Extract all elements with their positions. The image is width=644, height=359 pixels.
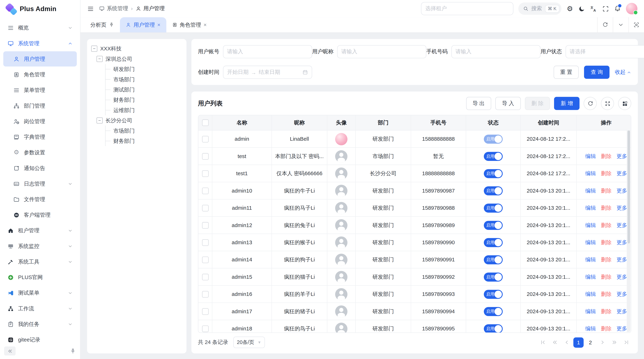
sidebar-item-菜单管理[interactable]: 菜单管理 bbox=[3, 82, 77, 98]
status-toggle[interactable]: 启用 bbox=[484, 255, 503, 264]
sidebar-item-字典管理[interactable]: 字典管理 bbox=[3, 129, 77, 144]
dark-mode-moon-icon[interactable] bbox=[578, 5, 585, 12]
status-toggle[interactable]: 启用 bbox=[484, 186, 503, 195]
delete-link[interactable]: 删除 bbox=[601, 152, 612, 160]
sidebar-item-角色管理[interactable]: 角色管理 bbox=[3, 67, 77, 82]
delete-link[interactable]: 删除 bbox=[601, 239, 612, 246]
tree-node-root[interactable]: − XXX科技 bbox=[91, 43, 182, 54]
tree-leaf-财务部门[interactable]: 财务部门 bbox=[106, 136, 182, 146]
delete-link[interactable]: 删除 bbox=[601, 290, 612, 298]
tab-用户管理[interactable]: 用户管理× bbox=[120, 17, 166, 32]
sidebar-item-租户管理[interactable]: 租户管理 bbox=[3, 223, 77, 238]
status-toggle[interactable]: 启用 bbox=[484, 290, 503, 299]
status-toggle[interactable]: 启用 bbox=[484, 272, 503, 281]
hamburger-menu-icon[interactable] bbox=[87, 5, 94, 12]
sidebar-item-客户端管理[interactable]: 客户端管理 bbox=[3, 207, 77, 222]
page-next5-button[interactable] bbox=[609, 337, 619, 347]
sidebar-item-部门管理[interactable]: 部门管理 bbox=[3, 98, 77, 113]
row-checkbox[interactable] bbox=[202, 153, 208, 159]
delete-link[interactable]: 删除 bbox=[601, 170, 612, 177]
more-link[interactable]: 更多 bbox=[616, 204, 627, 212]
search-button[interactable]: 查 询 bbox=[584, 66, 610, 79]
edit-link[interactable]: 编辑 bbox=[585, 290, 596, 298]
breadcrumb-system[interactable]: 系统管理 bbox=[99, 5, 128, 12]
close-tab-icon[interactable]: × bbox=[157, 22, 160, 27]
status-toggle[interactable]: 启用 bbox=[484, 169, 503, 178]
more-link[interactable]: 更多 bbox=[616, 187, 627, 194]
tree-leaf-测试部门[interactable]: 测试部门 bbox=[106, 84, 182, 95]
edit-link[interactable]: 编辑 bbox=[585, 170, 596, 177]
edit-link[interactable]: 编辑 bbox=[585, 152, 596, 160]
page-first-button[interactable] bbox=[538, 337, 548, 347]
page-next-button[interactable] bbox=[597, 337, 607, 347]
row-checkbox[interactable] bbox=[202, 187, 208, 194]
tree-collapse-icon[interactable]: − bbox=[96, 117, 103, 124]
collapse-filters-link[interactable]: 收起 bbox=[615, 68, 631, 76]
tree-node-深圳总公司[interactable]: −深圳总公司 bbox=[96, 54, 182, 64]
sidebar-item-工作流[interactable]: 工作流 bbox=[3, 301, 77, 316]
page-2-button[interactable]: 2 bbox=[585, 337, 596, 347]
tree-leaf-财务部门[interactable]: 财务部门 bbox=[106, 95, 182, 105]
page-prev5-button[interactable] bbox=[550, 337, 560, 347]
status-toggle[interactable]: 启用 bbox=[484, 324, 503, 333]
row-checkbox[interactable] bbox=[202, 136, 208, 142]
sidebar-item-通知公告[interactable]: 通知公告 bbox=[3, 161, 77, 176]
tree-node-长沙分公司[interactable]: −长沙分公司 bbox=[96, 115, 182, 125]
delete-link[interactable]: 删除 bbox=[601, 222, 612, 229]
date-range-input[interactable]: 开始日期 → 结束日期 bbox=[223, 66, 312, 79]
row-checkbox[interactable] bbox=[202, 239, 208, 246]
page-size-select[interactable]: 20条/页▼ bbox=[233, 337, 265, 348]
tree-leaf-研发部门[interactable]: 研发部门 bbox=[106, 64, 182, 74]
edit-link[interactable]: 编辑 bbox=[585, 256, 596, 263]
status-toggle[interactable]: 启用 bbox=[484, 221, 503, 230]
breadcrumb-user[interactable]: 用户管理 bbox=[136, 5, 165, 12]
account-input[interactable]: 请输入 bbox=[223, 45, 312, 58]
more-link[interactable]: 更多 bbox=[616, 290, 627, 298]
delete-link[interactable]: 删除 bbox=[601, 204, 612, 212]
reset-button[interactable]: 重 置 bbox=[554, 66, 579, 79]
delete-link[interactable]: 删除 bbox=[601, 256, 612, 263]
tree-leaf-运维部门[interactable]: 运维部门 bbox=[106, 105, 182, 115]
more-link[interactable]: 更多 bbox=[616, 222, 627, 229]
tenant-select-input[interactable]: 选择租户 bbox=[421, 2, 513, 15]
delete-link[interactable]: 删除 bbox=[601, 308, 612, 315]
export-button[interactable]: 导 出 bbox=[466, 97, 491, 110]
status-select[interactable]: 请选择∨ bbox=[566, 45, 644, 58]
sidebar-item-文件管理[interactable]: 文件管理 bbox=[3, 192, 77, 207]
sidebar-collapse-button[interactable] bbox=[4, 347, 16, 356]
language-translate-icon[interactable]: 文A bbox=[590, 5, 597, 12]
user-avatar[interactable] bbox=[626, 3, 638, 14]
import-button[interactable]: 导 入 bbox=[495, 97, 520, 110]
content-fullscreen-button[interactable] bbox=[628, 17, 644, 32]
delete-link[interactable]: 删除 bbox=[601, 273, 612, 281]
row-checkbox[interactable] bbox=[202, 325, 208, 332]
close-tab-icon[interactable]: × bbox=[204, 22, 206, 27]
phone-input[interactable]: 请输入 bbox=[451, 45, 540, 58]
add-button[interactable]: 新 增 bbox=[554, 97, 580, 110]
row-checkbox[interactable] bbox=[202, 291, 208, 298]
row-checkbox[interactable] bbox=[202, 274, 208, 280]
row-checkbox[interactable] bbox=[202, 222, 208, 229]
edit-link[interactable]: 编辑 bbox=[585, 187, 596, 194]
row-checkbox[interactable] bbox=[202, 308, 208, 315]
sidebar-item-测试菜单[interactable]: 测试菜单 bbox=[3, 285, 77, 301]
status-toggle[interactable]: 启用 bbox=[484, 152, 503, 161]
sidebar-item-PLUS官网[interactable]: PLUS官网 bbox=[3, 270, 77, 285]
edit-link[interactable]: 编辑 bbox=[585, 273, 596, 281]
global-search-button[interactable]: 搜索 ⌘ K bbox=[518, 2, 561, 15]
sidebar-item-参数设置[interactable]: ⚙参数设置 bbox=[3, 145, 77, 160]
page-last-button[interactable] bbox=[621, 337, 631, 347]
edit-link[interactable]: 编辑 bbox=[585, 204, 596, 212]
status-toggle[interactable]: 启用 bbox=[484, 307, 503, 316]
tab-角色管理[interactable]: 角色管理× bbox=[166, 17, 212, 32]
sidebar-item-用户管理[interactable]: 用户管理 bbox=[3, 51, 77, 66]
tree-collapse-icon[interactable]: − bbox=[91, 45, 97, 52]
sidebar-item-日志管理[interactable]: DEV日志管理 bbox=[3, 176, 77, 191]
status-toggle[interactable]: 启用 bbox=[484, 238, 503, 247]
more-link[interactable]: 更多 bbox=[616, 152, 627, 160]
edit-link[interactable]: 编辑 bbox=[585, 239, 596, 246]
more-link[interactable]: 更多 bbox=[616, 273, 627, 281]
row-checkbox[interactable] bbox=[202, 256, 208, 263]
edit-link[interactable]: 编辑 bbox=[585, 308, 596, 315]
sidebar-item-系统工具[interactable]: 系统工具 bbox=[3, 254, 77, 269]
